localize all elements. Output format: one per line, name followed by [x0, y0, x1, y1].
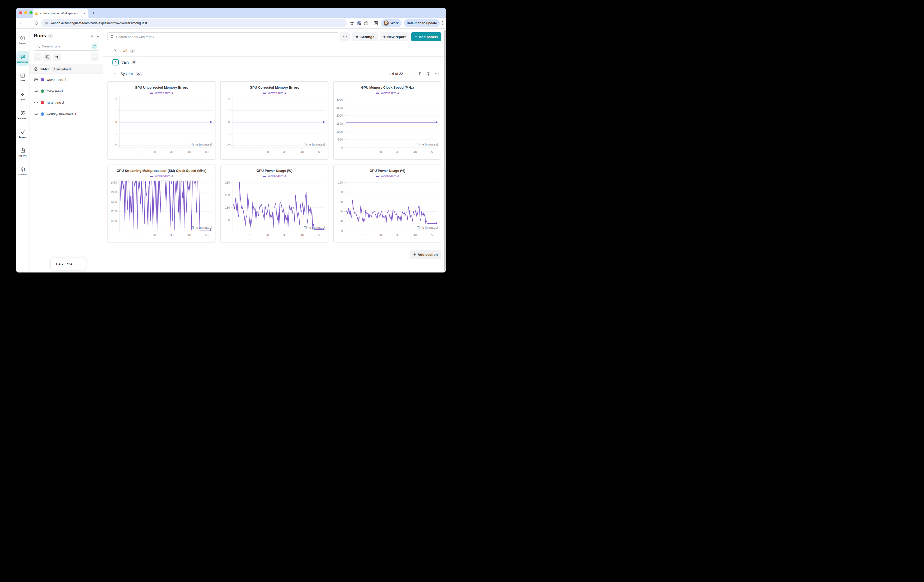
expand-section-chevron-icon[interactable]	[112, 59, 119, 66]
eye-visible-icon[interactable]	[34, 77, 38, 82]
section-label[interactable]: eval	[120, 49, 127, 53]
svg-text:30: 30	[283, 150, 286, 153]
drag-handle-icon[interactable]	[107, 72, 110, 76]
traffic-lights[interactable]	[19, 11, 33, 14]
sidebar-item-runs[interactable]: Runs	[16, 70, 29, 85]
chart-plot-area[interactable]: 1008060402001020304050Time (minutes)	[334, 178, 441, 243]
section-more-icon[interactable]	[435, 73, 439, 74]
section-row-system[interactable]: System 22 1-6 of 22 ‹ ›	[103, 68, 444, 79]
close-window-button[interactable]	[19, 11, 22, 14]
legend-run-name[interactable]: woven-bird-4	[155, 175, 173, 178]
back-button[interactable]: ←	[18, 21, 24, 25]
expand-section-chevron-icon[interactable]	[112, 48, 118, 53]
pin-section-icon[interactable]	[418, 71, 422, 76]
relaunch-to-update-button[interactable]: Relaunch to update	[404, 19, 440, 27]
chart-plot-area[interactable]: 2502001501001020304050Time (minutes)	[221, 178, 328, 243]
chart-plot-area[interactable]: 140013501300125012001020304050Time (minu…	[108, 178, 215, 243]
sidebar-item-artifacts[interactable]: Artifacts	[16, 164, 29, 179]
panel-card[interactable]: GPU Power Usage (%)woven-bird-4100806040…	[333, 165, 441, 243]
svg-text:500: 500	[338, 138, 343, 141]
section-label[interactable]: train	[122, 60, 129, 64]
tab-close-icon[interactable]: ✕	[83, 12, 86, 15]
panel-card[interactable]: GPU Streaming Multiprocessor (SM) Clock …	[107, 165, 216, 243]
panel-search[interactable]	[107, 32, 338, 41]
url-bar[interactable]: wandb.ai/simonguest-team/code-explainer?…	[41, 19, 347, 27]
browser-menu-kebab-icon[interactable]	[442, 21, 444, 25]
manage-columns-button[interactable]	[91, 53, 99, 61]
add-section-button[interactable]: + Add section	[409, 250, 441, 259]
url-text[interactable]: wandb.ai/simonguest-team/code-explainer?…	[51, 21, 147, 25]
eye-hidden-icon[interactable]	[34, 101, 38, 105]
panel-card[interactable]: GPU Memory Clock Speed (MHz)woven-bird-4…	[333, 81, 441, 160]
collapse-section-chevron-icon[interactable]	[112, 71, 118, 76]
panel-card[interactable]: GPU Corrected Memory Errorswoven-bird-42…	[220, 81, 328, 160]
toolbar-more-button[interactable]	[340, 32, 350, 41]
section-label[interactable]: System	[120, 72, 133, 76]
section-row-eval[interactable]: eval 7	[103, 45, 444, 56]
legend-run-name[interactable]: woven-bird-4	[381, 175, 399, 178]
run-row[interactable]: worldly-snowflake-1	[30, 108, 103, 120]
drag-handle-icon[interactable]	[107, 61, 110, 64]
expand-panel-icon[interactable]: »	[97, 34, 99, 38]
site-settings-icon[interactable]	[45, 21, 48, 25]
chart-plot-area[interactable]: 3000250020001500100050001020304050Time (…	[334, 95, 441, 160]
run-row[interactable]: rural-pine-2	[30, 97, 103, 108]
filter-runs-button[interactable]	[34, 53, 41, 61]
legend-run-name[interactable]: woven-bird-4	[268, 175, 286, 178]
legend-run-name[interactable]: woven-bird-4	[268, 91, 286, 95]
eye-hidden-icon[interactable]	[34, 89, 38, 93]
collapse-panel-icon[interactable]: «	[91, 34, 93, 38]
section-settings-gear-icon[interactable]	[427, 72, 431, 76]
run-name[interactable]: woven-bird-4	[47, 78, 66, 82]
runs-search-input[interactable]	[42, 45, 90, 48]
browser-tab[interactable]: code-explainer Workspace – ✕	[33, 9, 88, 18]
extensions-puzzle-icon[interactable]	[364, 21, 369, 26]
eye-hidden-icon[interactable]	[34, 112, 38, 116]
svg-text:30: 30	[396, 233, 399, 237]
panels-next-page-button[interactable]: ›	[412, 72, 414, 76]
sidebar-item-project[interactable]: Project	[16, 32, 29, 48]
runs-page-range[interactable]: 1-4	[56, 262, 64, 266]
maximize-window-button[interactable]	[30, 11, 33, 14]
sidebar-item-label: Project	[19, 42, 26, 45]
run-row[interactable]: rosy-sea-3	[30, 85, 103, 97]
sidebar-item-reports[interactable]: Reports	[16, 145, 29, 160]
sort-runs-button[interactable]	[53, 53, 61, 61]
panel-search-input[interactable]	[116, 35, 335, 39]
sidebar-item-workspace[interactable]: Workspace	[16, 51, 29, 66]
page-scrollbar[interactable]	[444, 30, 446, 272]
run-row[interactable]: woven-bird-4	[30, 74, 103, 85]
add-panels-button[interactable]: + Add panels	[411, 32, 441, 41]
minimize-window-button[interactable]	[24, 11, 27, 14]
svg-text:-1: -1	[227, 132, 230, 135]
chart-plot-area[interactable]: 210-1-21020304050Time (minutes)	[108, 95, 215, 160]
name-column-label[interactable]: NAME	[40, 68, 50, 71]
reload-button[interactable]	[34, 21, 39, 25]
chart-plot-area[interactable]: 210-1-21020304050Time (minutes)	[221, 95, 328, 160]
regex-toggle-button[interactable]: .*	[92, 44, 97, 49]
new-report-button[interactable]: + New report	[380, 32, 409, 41]
bookmark-star-icon[interactable]	[350, 21, 354, 26]
drag-handle-icon[interactable]	[107, 49, 110, 53]
svg-text:-2: -2	[227, 143, 230, 147]
sidebar-item-jobs[interactable]: Jobs	[16, 89, 29, 104]
panel-card[interactable]: GPU Power Usage (W)woven-bird-4250200150…	[220, 165, 328, 243]
panel-card[interactable]: GPU Uncorrected Memory Errorswoven-bird-…	[107, 81, 216, 160]
new-tab-button[interactable]: +	[92, 11, 95, 16]
sidebar-item-sweeps[interactable]: Sweeps	[16, 126, 29, 141]
runs-panel-title: Runs	[34, 33, 46, 39]
legend-run-name[interactable]: woven-bird-4	[381, 91, 399, 95]
section-row-train[interactable]: train 8	[103, 56, 444, 68]
run-name[interactable]: rosy-sea-3	[47, 89, 63, 93]
legend-run-name[interactable]: woven-bird-4	[155, 91, 173, 95]
run-name[interactable]: rural-pine-2	[47, 101, 64, 105]
profile-chip[interactable]: Work	[381, 19, 401, 27]
settings-button[interactable]: Settings	[351, 32, 378, 41]
run-name[interactable]: worldly-snowflake-1	[47, 112, 76, 116]
tab-search-icon[interactable]	[374, 21, 378, 26]
hide-all-runs-icon[interactable]	[34, 67, 38, 71]
sidebar-item-automat[interactable]: Automat.	[16, 107, 29, 122]
group-runs-button[interactable]	[43, 53, 51, 61]
password-manager-icon[interactable]	[356, 21, 361, 26]
runs-search[interactable]: .*	[34, 42, 99, 51]
